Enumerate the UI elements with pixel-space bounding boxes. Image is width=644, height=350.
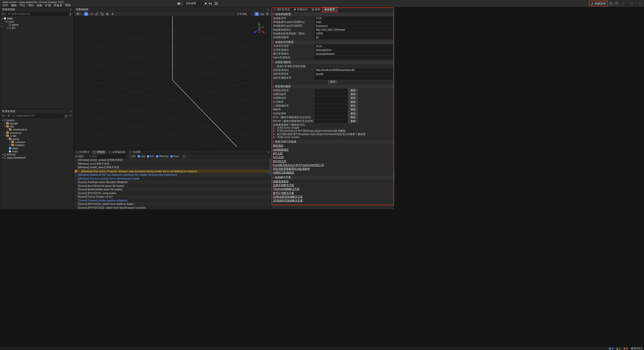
link-template-project[interactable]: 游戏模板项目	[273, 148, 289, 152]
tab-asset-preview[interactable]: 资源预览	[74, 150, 92, 154]
scene-settings-button[interactable]	[265, 12, 269, 16]
image-path-input[interactable]	[315, 52, 393, 56]
remote-url-input[interactable]	[315, 69, 393, 72]
preview-layout-button[interactable]	[215, 2, 217, 5]
asset-node-internal[interactable]: ▸ internal	[0, 153, 73, 156]
move-tool-button[interactable]	[84, 12, 88, 16]
save-button[interactable]: 保存	[328, 80, 338, 83]
asset-node-resources[interactable]: ▸ resources	[0, 131, 73, 134]
asset-node-seedrandom[interactable]: ▸ seedrandom	[0, 128, 73, 131]
hamburger-menu-icon[interactable]: ≡	[268, 8, 269, 11]
asset-node-main-ts[interactable]: TS Main	[0, 147, 73, 150]
close-button[interactable]: ×	[637, 2, 643, 5]
rect-tool-button[interactable]	[100, 12, 104, 16]
chevron-down-icon[interactable]: ▾	[4, 20, 6, 23]
expand-icon[interactable]: ›	[75, 177, 77, 180]
crypto-iv-input[interactable]	[315, 24, 393, 28]
module-path-input[interactable]	[315, 100, 348, 104]
section-solutions[interactable]: ▾ 框架解决方案	[271, 176, 394, 179]
play-button[interactable]	[205, 2, 207, 5]
info-checkbox[interactable]	[147, 155, 149, 157]
menu-project[interactable]: 项目	[27, 4, 35, 7]
error-count-badge[interactable]: 0	[624, 347, 628, 350]
link-hotupdate-plugin[interactable]: 原生包热更新配置自动生成插件	[273, 167, 310, 171]
menu-file[interactable]: 文件	[1, 4, 10, 7]
delete-module-button[interactable]: 删除	[348, 89, 358, 92]
tab-animation-graph[interactable]: 动画图	[127, 150, 143, 154]
http-timeout-input[interactable]	[315, 32, 393, 35]
module-path-input[interactable]	[315, 93, 348, 96]
hamburger-menu-icon[interactable]: ≡	[70, 8, 71, 11]
filter-icon[interactable]	[65, 115, 67, 116]
filter-info[interactable]: Info	[147, 155, 154, 158]
view-mode-selector[interactable]: 正常浏览 ▾	[235, 12, 254, 16]
scene-camera-button[interactable]	[260, 12, 264, 16]
module-path-input[interactable]	[315, 112, 348, 115]
inspector-scrollbar[interactable]	[393, 170, 394, 182]
asset-node-common[interactable]: ▸ common	[0, 141, 73, 144]
game-version-input[interactable]	[315, 17, 393, 20]
hierarchy-node-game[interactable]: game	[0, 23, 73, 26]
hierarchy-search-input[interactable]	[12, 13, 66, 15]
menu-extension[interactable]: 扩展	[44, 4, 52, 7]
asset-node-initialize[interactable]: ▸ initialize	[0, 144, 73, 147]
delete-module-button[interactable]: 删除	[348, 97, 358, 100]
log-row[interactable]: [Window] render_texture文件夹不存在	[74, 158, 271, 162]
link-animator-editor[interactable]: 动画状态机编辑器	[273, 171, 294, 174]
delete-module-button[interactable]: 删除	[348, 100, 358, 104]
log-row[interactable]: [Scene] Cocos Creator v3.8.2	[74, 195, 271, 199]
chevron-right-icon[interactable]: ▸	[4, 122, 6, 124]
tab-build-publish[interactable]: 构建发布	[292, 7, 310, 12]
assets-search-input-box[interactable]	[12, 114, 63, 118]
message-count-badge[interactable]: 3	[609, 347, 613, 350]
menu-panel[interactable]: 面板	[35, 4, 44, 7]
warning-checkbox[interactable]	[156, 155, 158, 157]
pivot-toggle-button[interactable]	[110, 12, 115, 16]
module-path-input[interactable]	[315, 120, 348, 123]
crypto-key-input[interactable]	[315, 21, 393, 24]
asset-node-assets[interactable]: ▾ assets	[0, 119, 73, 122]
section-i18n-config[interactable]: ▾ 游戏多语言配置	[271, 40, 394, 44]
filter-log[interactable]: Log	[138, 155, 145, 158]
log-row[interactable]: [Window] model_view文件夹不存在	[74, 166, 271, 169]
chevron-right-icon[interactable]: ▸	[4, 132, 6, 134]
spine-path-input[interactable]	[315, 56, 393, 59]
import-asset-icon[interactable]: ↧	[7, 114, 11, 117]
assets-search-input[interactable]	[16, 114, 62, 117]
expand-icon[interactable]: ›	[75, 173, 77, 176]
tab-console[interactable]: 控制台	[92, 150, 107, 154]
chevron-right-icon[interactable]: ▸	[6, 128, 9, 131]
link-guide-solution[interactable]: 新手引导解决方案	[273, 191, 294, 195]
log-row-warning[interactable]: ! › [Window] [Vue warn]: Property "onInp…	[74, 169, 271, 173]
asset-node-bundle[interactable]: ▸ bundle	[0, 122, 73, 125]
minimize-button[interactable]: ─	[620, 2, 626, 5]
transform-space-button[interactable]	[105, 12, 109, 16]
log-row[interactable]: [Scene] [box2d]:box2d wasm lib loaded.	[74, 184, 271, 188]
asset-node-game[interactable]: ▾ game	[0, 137, 73, 140]
chevron-down-icon[interactable]: ▾	[4, 135, 6, 137]
maximize-button[interactable]: □	[629, 2, 635, 5]
asset-node-script[interactable]: ▾ script	[0, 134, 73, 137]
chevron-right-icon[interactable]: ▸	[1, 156, 4, 159]
scene-viewport[interactable]: Y X Z	[74, 16, 271, 150]
hamburger-menu-icon[interactable]: ≡	[268, 151, 269, 154]
warning-count-badge[interactable]: 1	[616, 347, 621, 350]
regex-checkbox[interactable]	[128, 155, 130, 157]
link-tutorial-project[interactable]: 教程项目	[273, 144, 284, 148]
scene-selector[interactable]: 当前场景 ▾	[184, 2, 203, 6]
dimension-toggle-button[interactable]: 3D▾	[75, 13, 82, 15]
hierarchy-search-input-box[interactable]	[7, 12, 68, 16]
log-row[interactable]: [Scene] meshopt wasm decoder initialized	[74, 180, 271, 184]
log-row[interactable]: [Window] ecs文件夹不存在	[74, 162, 271, 166]
create-node-button[interactable]: +▾	[1, 12, 6, 16]
hierarchy-node-root[interactable]: ▾ root	[0, 20, 73, 23]
delete-module-button[interactable]: 删除	[348, 116, 358, 119]
menu-node[interactable]: 节点	[18, 4, 27, 7]
scale-tool-button[interactable]	[95, 12, 99, 16]
tab-services[interactable]: 服务	[310, 7, 323, 12]
link-excel-tool[interactable]: Excel格式转Json文件与TypeScript代码工具	[273, 163, 324, 167]
chevron-down-icon[interactable]: ▾	[1, 17, 4, 20]
log-row-info[interactable]: [Scene] Forward render pipeline initiali…	[74, 199, 271, 202]
module-path-input[interactable]	[315, 104, 348, 108]
tab-property-inspector[interactable]: 属性检查器	[271, 7, 292, 12]
